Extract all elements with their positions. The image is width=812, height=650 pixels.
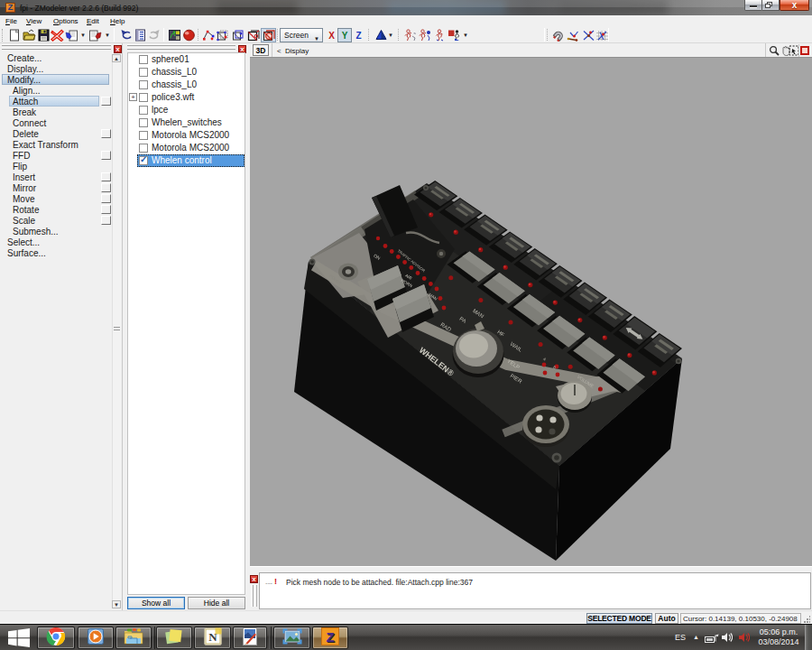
svg-text:Z: Z — [326, 628, 334, 644]
